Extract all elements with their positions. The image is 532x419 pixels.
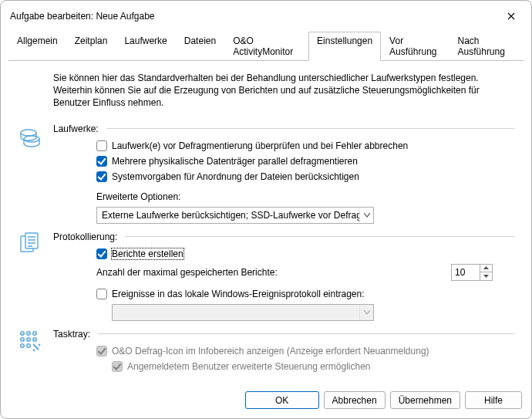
- spinner-up[interactable]: [480, 265, 492, 272]
- svg-point-1: [24, 136, 39, 142]
- checkbox-event-log[interactable]: [96, 289, 107, 299]
- divider: [98, 333, 514, 334]
- svg-point-4: [21, 331, 24, 334]
- tab-nach-ausfuehrung[interactable]: Nach Ausführung: [450, 32, 524, 61]
- tab-einstellungen[interactable]: Einstellungen: [308, 32, 381, 61]
- checkbox-event-log-label: Ereignisse in das lokale Windows-Ereigni…: [112, 289, 365, 299]
- svg-point-11: [27, 343, 30, 346]
- close-button[interactable]: [500, 7, 522, 25]
- tab-vor-ausfuehrung[interactable]: Vor Ausführung: [381, 32, 449, 61]
- checkbox-system-layout[interactable]: [96, 171, 107, 182]
- svg-point-7: [21, 337, 24, 340]
- svg-point-6: [33, 331, 36, 334]
- max-reports-spinner[interactable]: 10: [451, 264, 493, 281]
- checkbox-tray-icon-label: O&O Defrag-Icon im Infobereich anzeigen …: [112, 346, 429, 356]
- checkbox-create-reports[interactable]: [96, 248, 107, 259]
- advanced-options-label: Erweiterte Optionen:: [96, 191, 514, 202]
- checkbox-user-control: [112, 361, 123, 372]
- cancel-button[interactable]: Abbrechen: [324, 391, 386, 409]
- tab-dateien[interactable]: Dateien: [176, 32, 224, 61]
- event-log-level-combo: [112, 304, 374, 321]
- chevron-down-icon[interactable]: [359, 208, 373, 223]
- divider: [106, 128, 514, 129]
- svg-point-9: [33, 337, 36, 340]
- checkbox-parallel-defrag[interactable]: [96, 156, 107, 167]
- max-reports-value[interactable]: 10: [452, 265, 480, 280]
- drives-heading: Laufwerke:: [53, 123, 99, 134]
- ok-button[interactable]: OK: [245, 391, 319, 409]
- checkbox-tray-icon: [96, 346, 107, 356]
- checkbox-check-drives-label: Laufwerk(e) vor Defragmentierung überprü…: [112, 140, 408, 151]
- tasktray-heading: Tasktray:: [53, 329, 90, 340]
- advanced-options-combo[interactable]: Externe Laufwerke berücksichtigen; SSD-L…: [96, 207, 374, 224]
- help-button[interactable]: Hilfe: [465, 391, 522, 409]
- window-title: Aufgabe bearbeiten: Neue Aufgabe: [10, 11, 155, 22]
- logging-heading: Protokollierung:: [53, 231, 117, 242]
- svg-point-0: [21, 130, 36, 136]
- tab-activitymonitor[interactable]: O&O ActivityMonitor: [224, 32, 308, 61]
- divider: [125, 236, 514, 237]
- svg-point-10: [21, 343, 24, 346]
- spinner-down[interactable]: [480, 272, 492, 280]
- tab-allgemein[interactable]: Allgemein: [8, 32, 66, 61]
- tab-laufwerke[interactable]: Laufwerke: [116, 32, 175, 61]
- drives-icon: [18, 123, 42, 148]
- svg-point-8: [27, 337, 30, 340]
- tab-bar: Allgemein Zeitplan Laufwerke Dateien O&O…: [8, 32, 524, 61]
- tab-zeitplan[interactable]: Zeitplan: [66, 32, 116, 61]
- svg-point-5: [27, 331, 30, 334]
- checkbox-create-reports-label: Berichte erstellen: [112, 248, 184, 259]
- intro-text: Sie können hier das Standardverhalten be…: [53, 72, 514, 110]
- checkbox-check-drives[interactable]: [96, 140, 107, 151]
- checkbox-parallel-defrag-label: Mehrere physikalische Datenträger parall…: [112, 156, 358, 167]
- apply-button[interactable]: Übernehmen: [390, 391, 460, 409]
- checkbox-user-control-label: Angemeldetem Benutzer erweiterte Steueru…: [127, 361, 371, 372]
- max-reports-label: Anzahl der maximal gespeicherten Bericht…: [96, 267, 278, 278]
- tasktray-icon: [18, 329, 42, 353]
- report-icon: [18, 231, 42, 256]
- checkbox-system-layout-label: Systemvorgaben für Anordnung der Dateien…: [112, 171, 359, 182]
- advanced-options-value: Externe Laufwerke berücksichtigen; SSD-L…: [97, 210, 359, 221]
- chevron-down-icon: [359, 305, 373, 320]
